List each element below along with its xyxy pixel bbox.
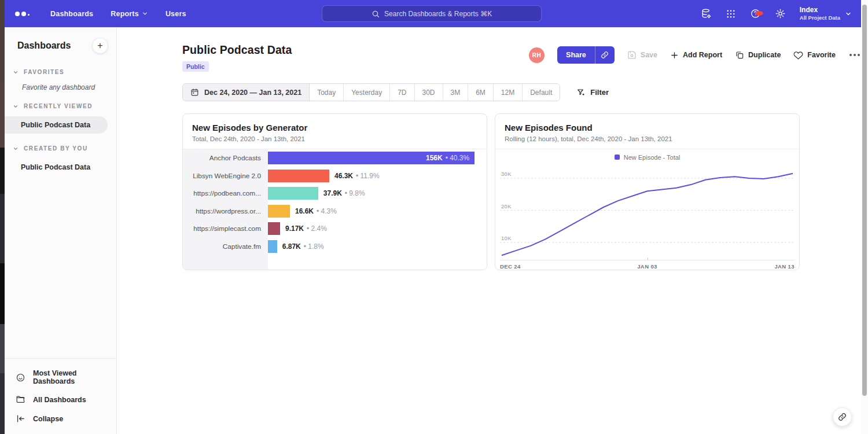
filter-button[interactable]: Filter	[576, 88, 609, 97]
bar-value-label: 9.17K• 2.4%	[285, 225, 327, 233]
date-range-value: Dec 24, 2020 — Jan 13, 2021	[204, 89, 301, 97]
date-preset-default[interactable]: Default	[523, 84, 560, 101]
share-label[interactable]: Share	[557, 46, 595, 64]
all-dashboards-button[interactable]: All Dashboards	[5, 390, 116, 409]
add-report-label: Add Report	[683, 51, 722, 59]
search-icon	[372, 10, 380, 18]
page-title: Public Podcast Data	[182, 43, 292, 57]
nav-users[interactable]: Users	[165, 10, 186, 18]
section-recently-viewed-toggle[interactable]: RECENTLY VIEWED	[5, 103, 116, 109]
section-favorites: FAVORITES Favorite any dashboard	[5, 69, 116, 91]
bar-category-label: https://wordpress.or...	[183, 203, 268, 220]
nav-dashboards[interactable]: Dashboards	[50, 10, 93, 18]
strip-block	[0, 148, 5, 194]
bar-category-label: Captivate.fm	[183, 238, 268, 256]
sidebar-footer: Most Viewed Dashboards All Dashboards Co…	[5, 358, 116, 434]
plus-icon	[670, 51, 679, 60]
copy-link-button[interactable]	[595, 46, 615, 64]
settings-gear-icon[interactable]	[775, 8, 786, 19]
save-button[interactable]: Save	[627, 50, 657, 60]
collapse-label: Collapse	[33, 415, 63, 423]
duplicate-button[interactable]: Duplicate	[735, 50, 781, 60]
bar-chart: Anchor PodcastsLibsyn WebEngine 2.0https…	[183, 149, 487, 270]
mixpanel-logo[interactable]	[12, 12, 33, 16]
section-favorites-toggle[interactable]: FAVORITES	[5, 69, 116, 75]
strip-block	[0, 0, 5, 81]
y-axis-label: 10K	[501, 235, 512, 241]
favorite-button[interactable]: Favorite	[793, 50, 836, 60]
date-preset-today[interactable]: Today	[310, 84, 344, 101]
x-axis-labels: DEC 24 JAN 03 JAN 13	[495, 260, 799, 270]
bar-chart-card: New Episodes by Generator Total, Dec 24t…	[182, 113, 487, 270]
date-preset-30d[interactable]: 30D	[415, 84, 443, 101]
sidebar-item-public-podcast-data[interactable]: Public Podcast Data	[5, 116, 108, 134]
folder-icon	[16, 395, 25, 404]
date-preset-7d[interactable]: 7D	[390, 84, 414, 101]
bar-value-label: 6.87K• 1.8%	[282, 242, 324, 251]
bar-segment[interactable]	[268, 187, 318, 200]
bar-segment[interactable]	[268, 170, 329, 182]
logo-dot	[15, 12, 20, 16]
link-icon	[601, 51, 609, 59]
most-viewed-dashboards-label: Most Viewed Dashboards	[33, 369, 116, 385]
heart-icon	[793, 50, 803, 60]
project-switcher[interactable]: Index All Project Data	[800, 6, 852, 21]
page-scrollbar[interactable]	[861, 0, 868, 434]
filter-funnel-icon	[576, 88, 586, 97]
more-actions-button[interactable]	[848, 52, 861, 58]
chevron-down-icon	[13, 104, 19, 109]
add-dashboard-button[interactable]: +	[92, 38, 108, 54]
duplicate-label: Duplicate	[748, 51, 781, 59]
nav-reports[interactable]: Reports	[111, 10, 148, 18]
project-subtitle: All Project Data	[800, 14, 840, 21]
y-axis-label: 30K	[501, 171, 512, 177]
duplicate-icon	[735, 50, 744, 60]
chevron-down-icon	[13, 146, 19, 152]
strip-block	[0, 194, 5, 263]
collapse-sidebar-button[interactable]: Collapse	[5, 409, 116, 428]
bar-segment[interactable]	[268, 222, 280, 235]
chart-legend: New Episode - Total	[495, 151, 799, 163]
favorite-label: Favorite	[807, 51, 836, 59]
data-management-icon[interactable]	[701, 8, 712, 19]
line-chart-title: New Episodes Found	[505, 123, 790, 133]
line-chart: 10K20K30K	[500, 163, 795, 260]
sidebar-item-public-podcast-data[interactable]: Public Podcast Data	[5, 159, 108, 176]
bar-segment[interactable]	[268, 240, 277, 253]
section-favorites-label: FAVORITES	[24, 69, 64, 75]
bar-segment[interactable]	[268, 205, 290, 218]
collapse-icon	[16, 414, 25, 424]
bar-category-label: Anchor Podcasts	[183, 149, 268, 167]
most-viewed-dashboards-button[interactable]: Most Viewed Dashboards	[5, 365, 116, 390]
apps-grid-icon[interactable]	[726, 9, 736, 19]
legend-swatch	[615, 155, 620, 160]
bar-category-label: https://simplecast.com	[183, 220, 268, 238]
line-series[interactable]	[502, 174, 793, 256]
date-preset-yesterday[interactable]: Yesterday	[344, 84, 390, 101]
search-input[interactable]: Search Dashboards & Reports ⌘K	[322, 5, 542, 22]
sidebar-title: Dashboards	[17, 41, 71, 51]
app-window: Dashboards Reports Users Search Dashboar…	[0, 0, 868, 434]
section-created-by-you-label: CREATED BY YOU	[24, 145, 88, 152]
desktop-edge-strip	[0, 0, 5, 434]
help-icon[interactable]	[750, 8, 761, 19]
chevron-down-icon	[142, 10, 148, 17]
notification-badge	[755, 11, 763, 16]
date-range-picker[interactable]: Dec 24, 2020 — Jan 13, 2021	[183, 84, 310, 101]
sidebar: Dashboards + FAVORITES Favorite any dash…	[5, 27, 117, 434]
avatar[interactable]: RH	[529, 47, 545, 63]
line-chart-subtitle: Rolling (12 hours), total, Dec 24th, 202…	[505, 135, 790, 142]
share-button[interactable]: Share	[557, 46, 615, 64]
date-preset-3m[interactable]: 3M	[443, 84, 469, 101]
add-report-button[interactable]: Add Report	[670, 51, 722, 60]
section-recently-viewed: RECENTLY VIEWED Public Podcast Data	[5, 103, 116, 134]
scrollbar-thumb[interactable]	[862, 5, 867, 396]
bar-chart-title: New Episodes by Generator	[192, 123, 477, 133]
save-icon	[627, 50, 637, 60]
date-preset-6m[interactable]: 6M	[468, 84, 494, 101]
bar-segment[interactable]: 156K• 40.3%	[268, 152, 475, 164]
date-presets: TodayYesterday7D30D3M6M12MDefault	[310, 84, 560, 101]
section-created-by-you-toggle[interactable]: CREATED BY YOU	[5, 145, 116, 152]
floating-link-button[interactable]	[833, 407, 852, 426]
date-preset-12m[interactable]: 12M	[494, 84, 523, 101]
